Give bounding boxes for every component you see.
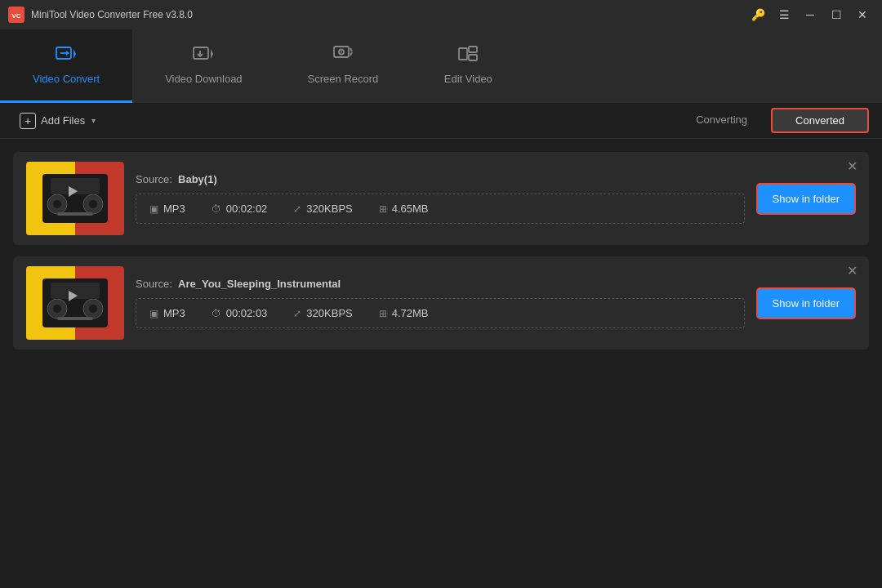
bitrate-2: ⤢ 320KBPS bbox=[293, 307, 352, 319]
svg-point-33 bbox=[89, 305, 97, 313]
file-details-2: ▣ MP3 ⏱ 00:02:03 ⤢ 320KBPS ⊞ 4.72MB bbox=[136, 298, 745, 328]
svg-point-23 bbox=[89, 200, 97, 208]
close-card-2[interactable]: ✕ bbox=[847, 265, 858, 278]
file-card-2: Source: Are_You_Sleeping_Instrumental ▣ … bbox=[13, 256, 869, 350]
format-2: ▣ MP3 bbox=[149, 307, 185, 319]
tab-video-download[interactable]: Video Download bbox=[132, 29, 274, 103]
svg-rect-24 bbox=[57, 212, 93, 216]
duration-2: ⏱ 00:02:03 bbox=[212, 307, 268, 319]
filesize-2: ⊞ 4.72MB bbox=[379, 307, 429, 319]
duration-1: ⏱ 00:02:02 bbox=[212, 203, 268, 215]
svg-marker-3 bbox=[74, 49, 76, 59]
svg-rect-15 bbox=[469, 47, 477, 52]
tab-video-convert-label: Video Convert bbox=[33, 73, 100, 85]
svg-line-12 bbox=[350, 48, 352, 51]
title-bar: VC MiniTool Video Converter Free v3.8.0 … bbox=[0, 0, 882, 29]
svg-rect-34 bbox=[57, 317, 93, 320]
bitrate-icon-2: ⤢ bbox=[293, 308, 301, 319]
svg-rect-14 bbox=[459, 48, 467, 60]
window-controls: 🔑 ☰ ─ ☐ ✕ bbox=[746, 6, 874, 24]
edit-video-icon bbox=[457, 45, 479, 68]
filesize-icon-1: ⊞ bbox=[379, 203, 387, 215]
file-thumbnail-1 bbox=[26, 162, 124, 235]
sub-tabs: Converting Converted bbox=[672, 108, 869, 133]
show-in-folder-button-1[interactable]: Show in folder bbox=[756, 183, 856, 215]
filesize-icon-2: ⊞ bbox=[379, 308, 387, 319]
sub-tab-bar: + Add Files ▾ Converting Converted bbox=[0, 103, 882, 139]
file-details-1: ▣ MP3 ⏱ 00:02:02 ⤢ 320KBPS ⊞ 4.65MB bbox=[136, 194, 745, 224]
format-1: ▣ MP3 bbox=[149, 203, 185, 215]
svg-rect-6 bbox=[194, 47, 208, 59]
source-line-1: Source: Baby(1) bbox=[136, 173, 745, 185]
dropdown-arrow: ▾ bbox=[91, 116, 96, 125]
sub-tab-converting[interactable]: Converting bbox=[672, 108, 771, 133]
svg-marker-5 bbox=[66, 51, 69, 56]
svg-point-31 bbox=[53, 305, 61, 313]
key-button[interactable]: 🔑 bbox=[746, 6, 769, 24]
filesize-1: ⊞ 4.65MB bbox=[379, 203, 429, 215]
sub-tab-converted[interactable]: Converted bbox=[771, 108, 869, 133]
source-name-1: Baby(1) bbox=[178, 173, 217, 185]
svg-point-11 bbox=[341, 51, 342, 53]
tab-video-convert[interactable]: Video Convert bbox=[0, 29, 132, 103]
app-icon: VC bbox=[8, 7, 24, 23]
tab-edit-video[interactable]: Edit Video bbox=[411, 29, 525, 103]
nav-tabs: Video Convert Video Download Screen Reco… bbox=[0, 29, 882, 103]
tab-screen-record-label: Screen Record bbox=[308, 73, 379, 85]
menu-button[interactable]: ☰ bbox=[773, 6, 795, 24]
tab-video-download-label: Video Download bbox=[165, 73, 242, 85]
maximize-button[interactable]: ☐ bbox=[825, 6, 848, 24]
format-icon-2: ▣ bbox=[149, 308, 158, 319]
content-area: Source: Baby(1) ▣ MP3 ⏱ 00:02:02 ⤢ 320KB… bbox=[0, 139, 882, 363]
duration-icon-1: ⏱ bbox=[212, 203, 221, 215]
close-button[interactable]: ✕ bbox=[851, 6, 874, 24]
source-line-2: Source: Are_You_Sleeping_Instrumental bbox=[136, 278, 745, 290]
svg-rect-16 bbox=[469, 55, 477, 60]
file-info-1: Source: Baby(1) ▣ MP3 ⏱ 00:02:02 ⤢ 320KB… bbox=[136, 173, 745, 224]
svg-point-21 bbox=[53, 200, 61, 208]
show-in-folder-button-2[interactable]: Show in folder bbox=[756, 287, 856, 319]
minimize-button[interactable]: ─ bbox=[799, 6, 822, 24]
duration-icon-2: ⏱ bbox=[212, 308, 221, 319]
format-icon-1: ▣ bbox=[149, 203, 158, 215]
file-card-1: Source: Baby(1) ▣ MP3 ⏱ 00:02:02 ⤢ 320KB… bbox=[13, 152, 869, 245]
source-name-2: Are_You_Sleeping_Instrumental bbox=[178, 278, 341, 290]
bitrate-1: ⤢ 320KBPS bbox=[293, 203, 352, 215]
video-convert-icon bbox=[56, 45, 77, 68]
file-info-2: Source: Are_You_Sleeping_Instrumental ▣ … bbox=[136, 278, 745, 328]
screen-record-icon bbox=[332, 45, 354, 68]
close-card-1[interactable]: ✕ bbox=[847, 160, 858, 173]
file-thumbnail-2 bbox=[26, 266, 124, 340]
svg-text:VC: VC bbox=[11, 12, 20, 20]
video-download-icon bbox=[193, 45, 214, 68]
tab-screen-record[interactable]: Screen Record bbox=[275, 29, 412, 103]
svg-line-13 bbox=[350, 52, 352, 56]
app-title: MiniTool Video Converter Free v3.8.0 bbox=[31, 9, 746, 20]
svg-marker-7 bbox=[211, 49, 213, 59]
add-icon: + bbox=[20, 113, 36, 129]
tab-edit-video-label: Edit Video bbox=[444, 73, 492, 85]
add-files-label: Add Files bbox=[41, 114, 85, 127]
bitrate-icon-1: ⤢ bbox=[293, 203, 301, 215]
add-files-button[interactable]: + Add Files ▾ bbox=[13, 109, 102, 132]
